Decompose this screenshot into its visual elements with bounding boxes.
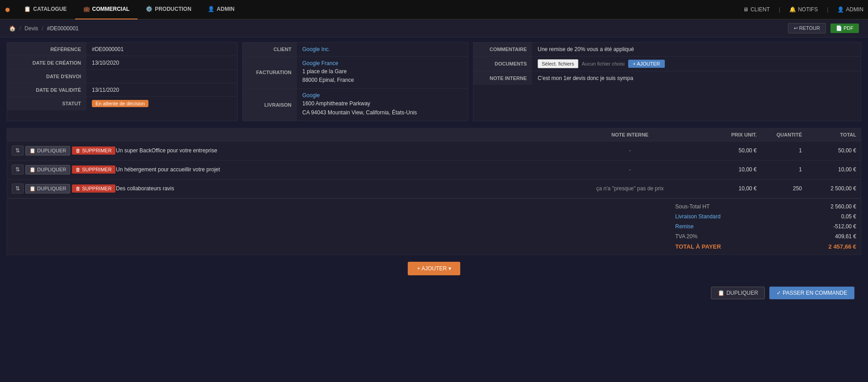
tva-label: TVA 20% [675, 233, 697, 240]
row-2-qty: 1 [757, 166, 802, 173]
row-3-description: Des collaborateurs ravis [116, 185, 567, 192]
row-2-note: - [567, 166, 693, 173]
row-3-prix: 10,00 € [693, 185, 757, 192]
client-icon: 🖥 [743, 6, 749, 13]
no-file-text: Aucun fichier choisi [582, 61, 625, 66]
commentaire-label: COMMENTAIRE [473, 42, 532, 56]
note-interne-row: NOTE INTERNE C'est mon 1er devis donc je… [473, 71, 861, 85]
trash-icon-2: 🗑 [76, 167, 81, 172]
statut-label: STATUT [7, 97, 86, 110]
copy-icon-1: 📋 [29, 148, 36, 154]
date-envoi-value [86, 70, 237, 83]
reference-label: RÉFÉRENCE [7, 42, 86, 56]
supprimer-button-3[interactable]: 🗑 SUPPRIMER [72, 184, 115, 193]
row-2-description: Un hébergement pour accueillir votre pro… [116, 166, 567, 173]
dupliquer-button-2[interactable]: 📋 DUPLIQUER [25, 165, 70, 174]
statut-field: STATUT En attente de décision [7, 97, 237, 110]
dupliquer-button-3[interactable]: 📋 DUPLIQUER [25, 184, 70, 193]
table-row: ⇅ 📋 DUPLIQUER 🗑 SUPPRIMER Des collaborat… [7, 179, 861, 198]
livraison-label: LIVRAISON [243, 89, 297, 120]
table-header: NOTE INTERNE PRIX UNIT. QUANTITÉ TOTAL [7, 128, 861, 141]
row-1-prix: 50,00 € [693, 147, 757, 154]
sous-total-row: Sous-Total HT 2 560,00 € [675, 203, 856, 211]
facturation-label: FACTURATION [243, 57, 297, 88]
table-row: ⇅ 📋 DUPLIQUER 🗑 SUPPRIMER Un hébergement… [7, 160, 861, 179]
supprimer-button-1[interactable]: 🗑 SUPPRIMER [72, 146, 115, 155]
breadcrumb-devis[interactable]: Devis [24, 25, 38, 32]
th-total: TOTAL [802, 132, 856, 137]
livraison-line3: CA 94043 Mountain View, California, État… [302, 108, 463, 117]
row-1-total: 50,00 € [802, 147, 856, 154]
notifs-button[interactable]: 🔔 NOTIFS [789, 6, 818, 13]
sort-button-1[interactable]: ⇅ [12, 146, 24, 156]
livraison-line1: Google [302, 92, 463, 99]
remise-value: -512,00 € [833, 223, 856, 230]
date-creation-field: DATE DE CRÉATION 13/10/2020 [7, 56, 237, 70]
client-button[interactable]: 🖥 CLIENT [743, 6, 770, 13]
table-row: ⇅ 📋 DUPLIQUER 🗑 SUPPRIMER Un super BackO… [7, 141, 861, 160]
add-item-button[interactable]: + AJOUTER ▾ [408, 262, 460, 275]
status-badge: En attente de décision [92, 100, 148, 107]
catalogue-icon: 📋 [24, 6, 31, 12]
livraison-value: Google 1600 Amphitheatre Parkway CA 9404… [297, 89, 468, 120]
tab-commercial[interactable]: 💼 COMMERCIAL [75, 0, 138, 19]
date-validite-field: DATE DE VALIDITÉ 13/11/2020 [7, 83, 237, 97]
tva-row: TVA 20% 409,61 € [675, 232, 856, 241]
row-1-actions: ⇅ 📋 DUPLIQUER 🗑 SUPPRIMER [12, 146, 116, 156]
user-icon: 👤 [837, 6, 844, 13]
table-section: NOTE INTERNE PRIX UNIT. QUANTITÉ TOTAL ⇅… [7, 128, 861, 255]
row-3-note: ça n'a "presque" pas de prix [567, 185, 693, 192]
commentaire-row: COMMENTAIRE Une remise de 20% vous a été… [473, 42, 861, 57]
home-icon[interactable]: 🏠 [9, 25, 16, 32]
retour-button[interactable]: ↩ RETOUR [788, 23, 826, 33]
th-prix: PRIX UNIT. [693, 132, 757, 137]
facturation-line3: 88000 Epinal, France [302, 76, 463, 85]
trash-icon-3: 🗑 [76, 186, 81, 191]
copy-bottom-icon: 📋 [718, 290, 725, 296]
meta-info-card: COMMENTAIRE Une remise de 20% vous a été… [473, 42, 861, 121]
select-files-button[interactable]: Sélect. fichiers [538, 59, 578, 68]
facturation-line1: Google France [302, 60, 463, 66]
row-2-total: 10,00 € [802, 166, 856, 173]
sort-button-3[interactable]: ⇅ [12, 184, 24, 193]
totals-section: Sous-Total HT 2 560,00 € Livraison Stand… [7, 198, 861, 255]
note-interne-label: NOTE INTERNE [473, 71, 532, 85]
logo[interactable]: ● [5, 4, 10, 15]
pdf-button[interactable]: 📄 PDF [830, 24, 859, 33]
tab-catalogue[interactable]: 📋 CATALOGUE [16, 0, 75, 19]
row-2-prix: 10,00 € [693, 166, 757, 173]
remise-label: Remise [675, 223, 694, 230]
breadcrumb-actions: ↩ RETOUR 📄 PDF [788, 23, 859, 33]
trash-icon-1: 🗑 [76, 148, 81, 153]
supprimer-button-2[interactable]: 🗑 SUPPRIMER [72, 165, 115, 174]
passer-commande-button[interactable]: ✓ PASSER EN COMMANDE [769, 287, 854, 299]
date-creation-value: 13/10/2020 [86, 56, 237, 69]
breadcrumb-current: #DE0000001 [47, 25, 79, 32]
total-row: TOTAL À PAYER 2 457,66 € [675, 242, 856, 251]
documents-row: DOCUMENTS Sélect. fichiers Aucun fichier… [473, 57, 861, 71]
admin-nav-icon: 👤 [208, 6, 215, 12]
admin-button[interactable]: 👤 ADMIN [837, 6, 863, 13]
statut-value: En attente de décision [86, 97, 237, 110]
row-1-description: Un super BackOffice pour votre entrepris… [116, 147, 567, 154]
bell-icon: 🔔 [789, 6, 796, 13]
client-name-row: CLIENT Google Inc. [243, 42, 468, 57]
copy-icon-2: 📋 [29, 167, 36, 173]
ajouter-doc-button[interactable]: + AJOUTER [628, 60, 664, 68]
sort-button-2[interactable]: ⇅ [12, 165, 24, 174]
documents-value: Sélect. fichiers Aucun fichier choisi + … [532, 57, 861, 71]
reference-value: #DE0000001 [86, 42, 237, 56]
row-3-actions: ⇅ 📋 DUPLIQUER 🗑 SUPPRIMER [12, 184, 116, 193]
th-description [12, 132, 567, 137]
row-1-note: - [567, 147, 693, 154]
dupliquer-devis-button[interactable]: 📋 DUPLIQUER [711, 287, 765, 299]
tab-production[interactable]: ⚙️ PRODUCTION [138, 0, 200, 19]
info-row: RÉFÉRENCE #DE0000001 DATE DE CRÉATION 13… [7, 42, 861, 121]
dupliquer-button-1[interactable]: 📋 DUPLIQUER [25, 146, 70, 156]
remise-row: Remise -512,00 € [675, 222, 856, 231]
note-interne-value: C'est mon 1er devis donc je suis sympa [532, 71, 861, 85]
th-quantite: QUANTITÉ [757, 132, 802, 137]
total-value: 2 457,66 € [829, 243, 856, 250]
tab-admin[interactable]: 👤 ADMIN [200, 0, 243, 19]
documents-label: DOCUMENTS [473, 57, 532, 71]
